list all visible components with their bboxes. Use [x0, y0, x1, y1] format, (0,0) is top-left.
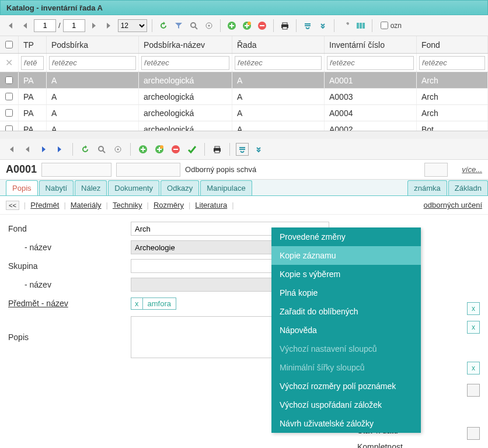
- col-header-fond[interactable]: Fond: [417, 36, 488, 53]
- filter-podsbirka-nazev[interactable]: [141, 56, 229, 70]
- tab-znamka[interactable]: známka: [407, 180, 447, 195]
- table-row[interactable]: PAAarcheologickáAA0001Arch: [0, 72, 488, 89]
- subtab-predmet[interactable]: Předmět: [30, 201, 59, 209]
- filter-rada[interactable]: [235, 56, 322, 70]
- menu-item[interactable]: Provedené změny: [271, 228, 421, 246]
- row-checkbox[interactable]: [5, 93, 13, 100]
- record-field-1[interactable]: [41, 163, 111, 177]
- label-predmet[interactable]: Předmět - název: [8, 299, 131, 308]
- col-header-podsbirka[interactable]: Podsbírka: [47, 36, 139, 53]
- menu-item[interactable]: Nápověda: [271, 321, 421, 340]
- col-header-inv[interactable]: Inventární číslo: [325, 36, 417, 53]
- tab-dokumenty[interactable]: Dokumenty: [108, 180, 159, 195]
- detail-target-button[interactable]: [111, 143, 124, 156]
- detail-save-button[interactable]: [186, 143, 198, 156]
- grid-hscrollbar[interactable]: [0, 131, 488, 139]
- menu-down-button[interactable]: [301, 19, 314, 32]
- table-row[interactable]: PAAarcheologickáAA0003Arch: [0, 89, 488, 105]
- row-checkbox[interactable]: [5, 109, 13, 117]
- menu-item[interactable]: Kopie záznamu: [271, 246, 421, 265]
- page-current-input[interactable]: [34, 19, 56, 32]
- last-page-button[interactable]: [103, 19, 116, 32]
- detail-add-copy-button[interactable]: [153, 143, 166, 156]
- ozn-label: ozn: [391, 22, 402, 30]
- cell-fond: Arch: [417, 105, 488, 121]
- detail-prev-button[interactable]: [21, 143, 34, 156]
- cell-fond: Bot: [417, 121, 488, 131]
- menu-item[interactable]: Návrh uživatelské záložky: [271, 414, 421, 433]
- subtab-materialy[interactable]: Materiály: [71, 201, 102, 209]
- detail-last-button[interactable]: [54, 143, 67, 156]
- row-checkbox[interactable]: [5, 76, 13, 84]
- svg-rect-10: [357, 23, 359, 29]
- tab-manipulace[interactable]: Manipulace: [200, 180, 252, 195]
- row-checkbox[interactable]: [5, 125, 13, 131]
- x-button-3[interactable]: x: [467, 362, 480, 374]
- menu-item[interactable]: Kopie s výběrem: [271, 265, 421, 284]
- select-all-checkbox[interactable]: [5, 41, 13, 48]
- cell-pod: A: [47, 89, 139, 104]
- target-button[interactable]: [203, 19, 215, 32]
- menu-item[interactable]: Výchozí rozměry polí poznámek: [271, 377, 421, 396]
- detail-menu1-button[interactable]: [236, 143, 249, 156]
- next-page-button[interactable]: [88, 19, 100, 32]
- menu-item[interactable]: Plná kopie: [271, 284, 421, 302]
- delete-button[interactable]: [256, 19, 269, 32]
- print-button[interactable]: [278, 19, 291, 32]
- page-size-select[interactable]: 12: [118, 19, 147, 32]
- table-row[interactable]: PAAarcheologickáAA0004Arch: [0, 105, 488, 121]
- square-1[interactable]: [467, 384, 480, 397]
- col-header-podsbirka-nazev[interactable]: Podsbírka-název: [139, 36, 232, 53]
- square-2[interactable]: [467, 427, 480, 440]
- x-button-2[interactable]: x: [467, 321, 480, 334]
- add-button[interactable]: [225, 19, 238, 32]
- x-button-1[interactable]: x: [467, 302, 480, 315]
- subtab-odbornych[interactable]: odborných určení: [424, 201, 482, 209]
- first-page-button[interactable]: [4, 19, 16, 32]
- grid-filter-row: ✕: [0, 54, 488, 72]
- detail-print-button[interactable]: [211, 143, 224, 156]
- filter-button[interactable]: [172, 19, 185, 32]
- prev-page-button[interactable]: [19, 19, 32, 32]
- detail-delete-button[interactable]: [169, 143, 182, 156]
- menu-item[interactable]: Zařadit do oblíbených: [271, 302, 421, 321]
- tab-nabyti[interactable]: Nabytí: [39, 180, 74, 195]
- menu-down2-button[interactable]: [316, 19, 329, 32]
- filter-inv[interactable]: [327, 56, 414, 70]
- subtab-prev[interactable]: <<: [6, 201, 19, 210]
- detail-next-button[interactable]: [37, 143, 50, 156]
- add-copy-button[interactable]: [240, 19, 253, 32]
- filter-fond[interactable]: [419, 56, 485, 70]
- ozn-checkbox[interactable]: [381, 22, 388, 29]
- table-row[interactable]: PAAarcheologickáAA0002Bot: [0, 121, 488, 131]
- tag-remove-button[interactable]: x: [131, 298, 143, 309]
- columns-button[interactable]: [354, 19, 367, 32]
- subtab-techniky[interactable]: Techniky: [113, 201, 142, 209]
- menu-item[interactable]: Výchozí uspořádaní záložek: [271, 396, 421, 414]
- detail-refresh-button[interactable]: [79, 143, 92, 156]
- tab-zakladni[interactable]: Základn: [448, 180, 488, 195]
- tab-odkazy[interactable]: Odkazy: [161, 180, 199, 195]
- filter-tp[interactable]: [21, 56, 44, 70]
- col-header-tp[interactable]: TP: [19, 36, 47, 53]
- svg-rect-22: [215, 150, 219, 153]
- search-button[interactable]: [187, 19, 200, 32]
- tab-popis[interactable]: Popis: [6, 180, 38, 195]
- more-link[interactable]: více...: [462, 165, 482, 174]
- refresh-button[interactable]: [157, 19, 170, 32]
- filter-podsbirka[interactable]: [49, 56, 136, 70]
- clear-filters-button[interactable]: ✕: [5, 57, 13, 68]
- detail-menu2-button[interactable]: [252, 143, 265, 156]
- tab-nalez[interactable]: Nález: [75, 180, 107, 195]
- subtab-rozmery[interactable]: Rozměry: [154, 201, 184, 209]
- detail-add-button[interactable]: [137, 143, 149, 156]
- record-field-2[interactable]: [116, 163, 180, 177]
- record-field-3[interactable]: [424, 163, 448, 177]
- col-header-rada[interactable]: Řada: [232, 36, 325, 53]
- record-status: Odborný popis schvá: [185, 165, 256, 174]
- cell-rada: A: [232, 89, 325, 104]
- detail-search-button[interactable]: [95, 143, 108, 156]
- subtab-literatura[interactable]: Literatura: [195, 201, 227, 209]
- detail-first-button[interactable]: [5, 143, 18, 156]
- tools-button[interactable]: [339, 19, 352, 32]
